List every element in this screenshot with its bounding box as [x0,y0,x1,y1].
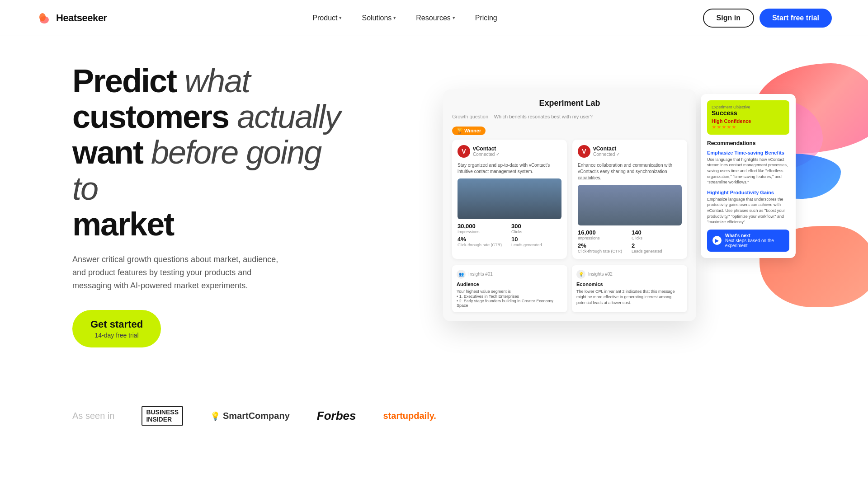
svg-point-1 [39,13,46,21]
variant-1-image [458,178,561,219]
startupdaily-logo: startupdaily. [383,411,436,421]
as-seen-in-label: As seen in [72,411,114,421]
logo-icon [36,10,52,26]
chevron-down-icon: ▾ [393,15,396,21]
chevron-down-icon: ▾ [453,15,455,21]
logo-text: Heatseeker [56,12,107,24]
nav-item-product[interactable]: Product ▾ [304,10,350,26]
variants-container: V vContact Connected ✓ Stay organized an… [452,140,687,259]
variant-2-logo: V [578,145,590,158]
variant-2: V vContact Connected ✓ Enhance collabora… [572,140,687,259]
dashboard-title: Experiment Lab [452,99,687,108]
hero-right: Experiment Lab Growth question Which ben… [344,89,796,322]
chevron-down-icon: ▾ [339,15,342,21]
insight-2: 💡 Insights #02 Economics The lower CPL i… [572,265,687,313]
variant-2-image [578,185,682,225]
get-started-button[interactable]: Get started 14-day free trial [72,310,161,347]
business-insider-logo: BUSINESS INSIDER [142,406,183,426]
nav-item-pricing[interactable]: Pricing [467,10,505,26]
cta-sub-label: 14-day free trial [94,331,138,339]
logo[interactable]: Heatseeker [36,10,107,26]
insights-container: 👥 Insights #01 Audience Your highest val… [452,265,687,313]
rec-item-1: Emphasize Time-saving Benefits Use langu… [707,150,789,185]
as-seen-in-section: As seen in BUSINESS INSIDER 💡 SmartCompa… [0,384,868,448]
hero-section: Predict what customers actually want bef… [0,36,868,384]
nav-actions: Sign in Start free trial [703,9,832,28]
start-trial-button[interactable]: Start free trial [760,9,832,28]
press-logos: BUSINESS INSIDER 💡 SmartCompany Forbes s… [142,406,796,426]
variant-1: V vContact Connected ✓ Stay organized an… [452,140,567,259]
variant-2-metrics-2: 2% Click-through rate (CTR) 2 Leads gene… [578,242,682,253]
navbar: Heatseeker Product ▾ Solutions ▾ Resourc… [0,0,868,36]
variant-1-metrics: 30,000 Impressions 300 Clicks [458,223,561,234]
forbes-logo: Forbes [317,409,356,423]
insight-1: 👥 Insights #01 Audience Your highest val… [452,265,567,313]
recommendations-title: Recommendations [707,140,789,146]
experiment-objective: Experiment Objective Success High Confid… [707,100,789,135]
signin-button[interactable]: Sign in [703,9,754,28]
nav-item-solutions[interactable]: Solutions ▾ [354,10,404,26]
cta-main-label: Get started [90,318,143,331]
nav-item-resources[interactable]: Resources ▾ [408,10,463,26]
dashboard-question: Growth question Which benefits resonates… [452,113,687,120]
variant-1-metrics-2: 4% Click-through rate (CTR) 10 Leads gen… [458,236,561,247]
nav-menu: Product ▾ Solutions ▾ Resources ▾ Pricin… [304,10,505,26]
variant-2-metrics: 16,000 Impressions 140 Clicks [578,229,682,240]
dashboard-card: Experiment Lab Growth question Which ben… [443,89,696,322]
hero-left: Predict what customers actually want bef… [72,63,344,347]
whats-next-icon: ▶ [712,236,722,245]
rec-item-2: Highlight Productivity Gains Emphasize l… [707,190,789,225]
variant-1-logo: V [458,145,470,158]
whats-next: ▶ What's next Next steps based on the ex… [707,230,789,252]
winner-badge: 🏆 Winner [452,127,486,135]
right-panel: Experiment Objective Success High Confid… [701,94,796,258]
hero-heading: Predict what customers actually want bef… [72,63,344,242]
hero-subtext: Answer critical growth questions about m… [72,253,289,292]
smartcompany-logo: 💡 SmartCompany [210,411,290,421]
